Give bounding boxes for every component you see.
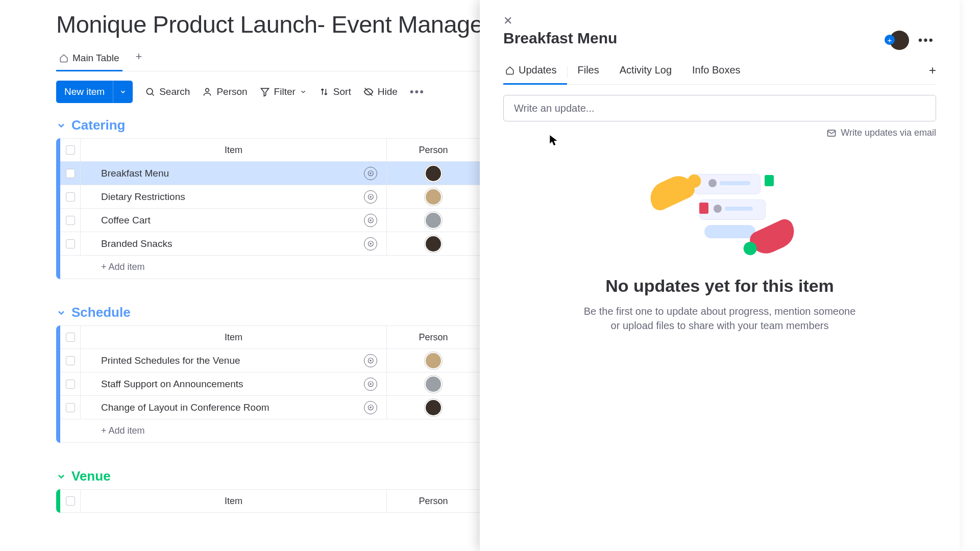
expand-item-icon[interactable] bbox=[364, 190, 377, 204]
hide-button[interactable]: Hide bbox=[363, 86, 398, 97]
item-cell[interactable]: Coffee Cart bbox=[81, 209, 387, 232]
tab-activity-log[interactable]: Activity Log bbox=[609, 59, 682, 84]
tab-files-label: Files bbox=[578, 64, 599, 76]
new-item-label: New item bbox=[56, 86, 113, 97]
group-header[interactable]: Catering bbox=[56, 117, 480, 133]
column-person[interactable]: Person bbox=[387, 490, 480, 512]
expand-item-icon[interactable] bbox=[364, 237, 377, 251]
item-cell[interactable]: Change of Layout in Conference Room bbox=[81, 396, 387, 419]
item-cell[interactable]: Breakfast Menu bbox=[81, 162, 387, 185]
add-tab-button[interactable]: + bbox=[929, 63, 936, 78]
chevron-down-icon bbox=[56, 120, 66, 131]
item-cell[interactable]: Staff Support on Announcements bbox=[81, 372, 387, 395]
group-header[interactable]: Venue bbox=[56, 468, 480, 484]
add-item-button[interactable]: + Add item bbox=[60, 419, 480, 443]
more-menu-button[interactable]: ••• bbox=[410, 85, 425, 98]
item-name: Branded Snacks bbox=[101, 238, 172, 249]
empty-illustration bbox=[638, 159, 801, 256]
table-row[interactable]: Change of Layout in Conference Room bbox=[60, 396, 480, 419]
write-update-input[interactable]: Write an update... bbox=[503, 95, 936, 121]
row-checkbox[interactable] bbox=[60, 372, 81, 395]
empty-title: No updates yet for this item bbox=[605, 276, 834, 296]
group-table: Item Person Breakfast Menu Dietary Restr… bbox=[56, 138, 480, 279]
item-cell[interactable]: Branded Snacks bbox=[81, 232, 387, 255]
column-item[interactable]: Item bbox=[81, 490, 387, 512]
chevron-down-icon[interactable] bbox=[113, 81, 133, 103]
tab-updates[interactable]: Updates bbox=[503, 59, 567, 84]
row-checkbox[interactable] bbox=[60, 185, 81, 208]
view-tabs: Main Table + bbox=[56, 47, 480, 71]
item-name: Coffee Cart bbox=[101, 215, 151, 226]
row-checkbox[interactable] bbox=[60, 396, 81, 419]
group-table: Item Person Printed Schedules for the Ve… bbox=[56, 325, 480, 443]
search-label: Search bbox=[159, 86, 190, 97]
expand-item-icon[interactable] bbox=[364, 378, 377, 391]
search-button[interactable]: Search bbox=[145, 86, 190, 97]
table-row[interactable]: Dietary Restrictions bbox=[60, 185, 480, 209]
table-row[interactable]: Branded Snacks bbox=[60, 232, 480, 256]
new-item-button[interactable]: New item bbox=[56, 81, 133, 103]
header-checkbox[interactable] bbox=[60, 490, 81, 512]
person-cell[interactable] bbox=[387, 185, 480, 208]
header-checkbox[interactable] bbox=[60, 139, 81, 161]
column-item[interactable]: Item bbox=[81, 139, 387, 161]
person-cell[interactable] bbox=[387, 396, 480, 419]
tab-main-table[interactable]: Main Table bbox=[56, 47, 122, 71]
avatar[interactable] bbox=[425, 399, 442, 416]
tab-label: Main Table bbox=[72, 53, 119, 64]
row-checkbox[interactable] bbox=[60, 232, 81, 255]
expand-item-icon[interactable] bbox=[364, 214, 377, 227]
table-row[interactable]: Staff Support on Announcements bbox=[60, 372, 480, 396]
item-cell[interactable]: Dietary Restrictions bbox=[81, 185, 387, 208]
avatar[interactable] bbox=[425, 352, 442, 369]
avatar[interactable] bbox=[425, 235, 442, 253]
subscriber-avatar[interactable] bbox=[890, 31, 909, 50]
expand-item-icon[interactable] bbox=[364, 401, 377, 414]
item-side-panel: ✕ ••• Breakfast Menu Updates Files Activ… bbox=[480, 0, 960, 551]
write-via-email-link[interactable]: Write updates via email bbox=[503, 128, 936, 138]
svg-line-1 bbox=[152, 94, 154, 96]
avatar[interactable] bbox=[425, 165, 442, 182]
person-icon bbox=[202, 87, 212, 97]
panel-more-button[interactable]: ••• bbox=[918, 33, 934, 47]
item-name: Staff Support on Announcements bbox=[101, 379, 243, 390]
row-checkbox[interactable] bbox=[60, 209, 81, 232]
avatar[interactable] bbox=[425, 212, 442, 229]
chevron-down-icon bbox=[56, 471, 66, 482]
item-cell[interactable]: Printed Schedules for the Venue bbox=[81, 349, 387, 372]
avatar[interactable] bbox=[425, 188, 442, 206]
column-item[interactable]: Item bbox=[81, 326, 387, 348]
add-item-button[interactable]: + Add item bbox=[60, 256, 480, 279]
avatar[interactable] bbox=[425, 375, 442, 393]
filter-button[interactable]: Filter bbox=[260, 86, 307, 97]
expand-item-icon[interactable] bbox=[364, 354, 377, 367]
tab-info-boxes[interactable]: Info Boxes bbox=[682, 59, 751, 84]
group-title: Venue bbox=[71, 468, 111, 484]
column-person[interactable]: Person bbox=[387, 139, 480, 161]
expand-item-icon[interactable] bbox=[364, 167, 377, 180]
person-cell[interactable] bbox=[387, 162, 480, 185]
board-main: Monique Product Launch- Event Manage Mai… bbox=[0, 0, 480, 551]
person-cell[interactable] bbox=[387, 349, 480, 372]
filter-icon bbox=[260, 87, 270, 97]
empty-subtitle: Be the first one to update about progres… bbox=[584, 304, 856, 333]
column-person[interactable]: Person bbox=[387, 326, 480, 348]
add-view-button[interactable]: + bbox=[133, 50, 145, 68]
group-venue: Venue Item Person bbox=[56, 468, 480, 513]
person-label: Person bbox=[216, 86, 247, 97]
table-row[interactable]: Coffee Cart bbox=[60, 209, 480, 232]
row-checkbox[interactable] bbox=[60, 349, 81, 372]
table-row[interactable]: Breakfast Menu bbox=[60, 162, 480, 185]
home-icon bbox=[505, 66, 514, 75]
table-row[interactable]: Printed Schedules for the Venue bbox=[60, 349, 480, 372]
group-header[interactable]: Schedule bbox=[56, 305, 480, 320]
person-cell[interactable] bbox=[387, 209, 480, 232]
sort-button[interactable]: Sort bbox=[319, 86, 351, 97]
person-cell[interactable] bbox=[387, 372, 480, 395]
close-icon[interactable]: ✕ bbox=[503, 14, 512, 28]
person-cell[interactable] bbox=[387, 232, 480, 255]
tab-files[interactable]: Files bbox=[568, 59, 609, 84]
person-filter-button[interactable]: Person bbox=[202, 86, 247, 97]
header-checkbox[interactable] bbox=[60, 326, 81, 348]
row-checkbox[interactable] bbox=[60, 162, 81, 185]
